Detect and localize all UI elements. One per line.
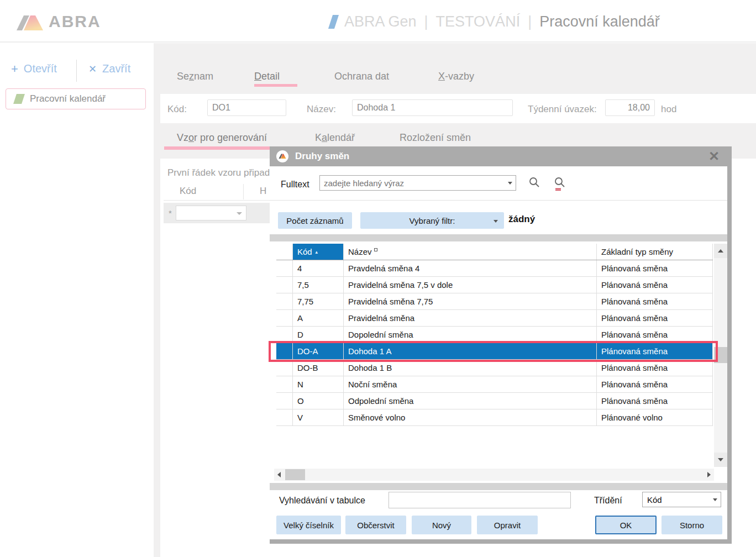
row-selector-cell[interactable] xyxy=(276,360,293,376)
vertical-scrollbar[interactable] xyxy=(714,244,727,467)
shift-table: Kód▲ Název Základní typ směny 4Pravdelná… xyxy=(276,244,713,426)
row-selector-cell[interactable] xyxy=(276,376,293,392)
cell-nazev[interactable]: Směnové volno xyxy=(344,409,597,425)
kod-field[interactable] xyxy=(207,99,286,116)
cell-typ[interactable]: Plánovaná směna xyxy=(597,310,713,326)
table-row[interactable]: DO-BDohoda 1 BPlánovaná směna xyxy=(276,360,713,376)
subtab-kalendar[interactable]: Kalendář xyxy=(315,132,355,144)
scroll-down-button[interactable] xyxy=(714,453,727,467)
tab-detail[interactable]: Detail xyxy=(254,71,280,82)
cell-nazev[interactable]: Pravdelná směna 4 xyxy=(344,260,597,276)
cell-typ[interactable]: Plánovaná směna xyxy=(597,343,713,359)
tab-ochrana-dat[interactable]: Ochrana dat xyxy=(334,71,389,82)
cell-kod[interactable]: N xyxy=(293,376,344,392)
fulltext-input[interactable] xyxy=(320,176,516,190)
selected-filter-dropdown[interactable]: Vybraný filtr: xyxy=(360,212,504,229)
opravit-button[interactable]: Opravit xyxy=(477,516,538,534)
cell-typ[interactable]: Plánovaná směna xyxy=(597,293,713,309)
cell-typ[interactable]: Plánované volno xyxy=(597,409,713,425)
scroll-up-button[interactable] xyxy=(714,244,727,258)
arrow-right-icon xyxy=(707,472,711,477)
table-row[interactable]: DO-ADohoda 1 APlánovaná směna xyxy=(276,343,713,360)
row-selector-cell[interactable] xyxy=(276,260,293,276)
cell-typ[interactable]: Plánovaná směna xyxy=(597,277,713,293)
cell-kod[interactable]: DO-B xyxy=(293,360,344,376)
uvazek-field[interactable] xyxy=(605,99,655,116)
cell-kod[interactable]: A xyxy=(293,310,344,326)
table-row[interactable]: 4Pravdelná směna 4Plánovaná směna xyxy=(276,260,713,277)
cell-nazev[interactable]: Odpolední směna xyxy=(344,393,597,409)
record-count-button[interactable]: Počet záznamů xyxy=(278,212,352,229)
cell-nazev[interactable]: Noční směna xyxy=(344,376,597,392)
arrow-up-icon xyxy=(718,249,723,253)
subtab-rozlozeni-smen[interactable]: Rozložení směn xyxy=(400,132,471,144)
cell-nazev[interactable]: Dohoda 1 A xyxy=(344,343,597,359)
storno-button[interactable]: Storno xyxy=(662,516,722,534)
column-header-nazev[interactable]: Název xyxy=(344,244,597,260)
row-selector-cell[interactable] xyxy=(276,393,293,409)
nazev-field[interactable] xyxy=(352,99,513,116)
table-row[interactable]: DDopolední směnaPlánovaná směna xyxy=(276,327,713,343)
cell-nazev[interactable]: Pravidelná směna 7,75 xyxy=(344,293,597,309)
cell-nazev[interactable]: Dohoda 1 B xyxy=(344,360,597,376)
tab-x-vazby[interactable]: X-vazby xyxy=(438,71,474,82)
dialog-close-icon[interactable]: ✕ xyxy=(708,148,720,165)
active-tab-underline xyxy=(254,84,297,87)
cell-kod[interactable]: DO-A xyxy=(293,343,344,359)
row-selector-cell[interactable] xyxy=(276,343,293,359)
sort-dropdown[interactable]: Kód xyxy=(642,492,721,507)
cell-nazev[interactable]: Dopolední směna xyxy=(344,327,597,343)
cell-typ[interactable]: Plánovaná směna xyxy=(597,327,713,343)
row-selector-cell[interactable] xyxy=(276,310,293,326)
cell-kod[interactable]: 7,5 xyxy=(293,277,344,293)
novy-button[interactable]: Nový xyxy=(412,516,471,534)
row-selector-cell[interactable] xyxy=(276,327,293,343)
cell-nazev[interactable]: Pravidelná směna 7,5 v dole xyxy=(344,277,597,293)
close-button[interactable]: ✕ Zavřít xyxy=(88,62,130,75)
filter-value: žádný xyxy=(508,214,535,225)
row-selector-cell[interactable] xyxy=(276,409,293,425)
scroll-left-button[interactable] xyxy=(274,469,284,481)
row-selector-cell[interactable] xyxy=(276,293,293,309)
cell-typ[interactable]: Plánovaná směna xyxy=(597,360,713,376)
search-icon[interactable] xyxy=(528,176,540,192)
cell-kod[interactable]: D xyxy=(293,327,344,343)
cell-typ[interactable]: Plánovaná směna xyxy=(597,393,713,409)
cell-typ[interactable]: Plánovaná směna xyxy=(597,260,713,276)
column-header-label: Název xyxy=(348,247,372,256)
subtab-vzor-pro-generovani[interactable]: Vzor pro generování xyxy=(177,132,267,144)
bg-row-combo[interactable] xyxy=(176,206,246,220)
sidebar-item-pracovni-kalendar[interactable]: Pracovní kalendář xyxy=(6,88,146,109)
table-row[interactable]: VSměnové volnoPlánované volno xyxy=(276,409,713,426)
table-row[interactable]: OOdpolední směnaPlánovaná směna xyxy=(276,393,713,409)
vertical-scroll-thumb[interactable] xyxy=(714,347,727,363)
subtab-label-part: Vz xyxy=(177,132,188,143)
tab-seznam[interactable]: Seznam xyxy=(177,71,213,82)
search-settings-icon[interactable] xyxy=(554,176,566,193)
cell-typ[interactable]: Plánovaná směna xyxy=(597,376,713,392)
dialog-title: Druhy směn xyxy=(295,151,349,162)
cell-kod[interactable]: 7,75 xyxy=(293,293,344,309)
cell-kod[interactable]: V xyxy=(293,409,344,425)
table-row[interactable]: APravidelná směnaPlánovaná směna xyxy=(276,310,713,327)
ok-button[interactable]: OK xyxy=(595,516,657,534)
horizontal-scroll-thumb[interactable] xyxy=(285,469,305,480)
velky-ciselnik-button[interactable]: Velký číselník xyxy=(276,516,341,534)
cell-nazev[interactable]: Pravidelná směna xyxy=(344,310,597,326)
scroll-right-button[interactable] xyxy=(704,469,714,481)
open-button-label: Otevřít xyxy=(24,62,57,75)
horizontal-scrollbar[interactable] xyxy=(274,469,714,481)
fulltext-combo[interactable] xyxy=(319,175,516,191)
table-search-input[interactable] xyxy=(389,492,571,508)
table-row[interactable]: NNoční směnaPlánovaná směna xyxy=(276,376,713,393)
row-selector-cell[interactable] xyxy=(276,277,293,293)
column-header-kod[interactable]: Kód▲ xyxy=(293,244,344,260)
dialog-titlebar[interactable]: Druhy směn ✕ xyxy=(270,146,727,166)
cell-kod[interactable]: 4 xyxy=(293,260,344,276)
open-button[interactable]: + Otevřít xyxy=(11,62,57,75)
obcerstvit-button[interactable]: Občerstvit xyxy=(345,516,406,534)
table-row[interactable]: 7,75Pravidelná směna 7,75Plánovaná směna xyxy=(276,293,713,310)
table-row[interactable]: 7,5Pravidelná směna 7,5 v dolePlánovaná … xyxy=(276,277,713,293)
column-header-typ[interactable]: Základní typ směny xyxy=(597,244,713,260)
cell-kod[interactable]: O xyxy=(293,393,344,409)
